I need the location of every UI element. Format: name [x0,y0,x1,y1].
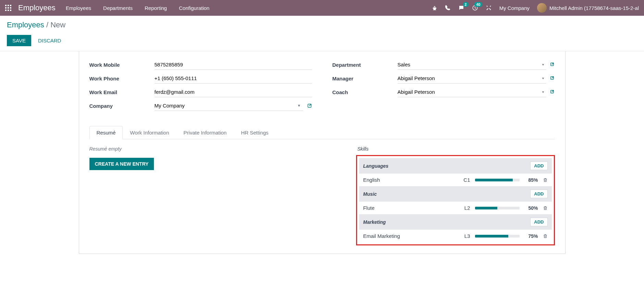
external-link-icon[interactable] [550,90,555,94]
label-work-mobile: Work Mobile [89,62,155,68]
input-work-email[interactable] [155,87,312,97]
tab-body: Resumé empty CREATE A NEW ENTRY Skills L… [89,139,555,245]
chevron-down-icon[interactable]: ▾ [540,63,546,66]
breadcrumb-current: New [50,21,65,29]
external-link-icon[interactable] [307,103,312,108]
skill-group-header: LanguagesADD [359,158,552,174]
breadcrumb-root[interactable]: Employees [7,21,44,29]
skill-percent: 85% [524,177,538,183]
svg-rect-8 [10,10,11,11]
avatar [537,3,547,13]
trash-icon[interactable] [543,205,548,211]
discard-button[interactable]: DISCARD [38,38,61,43]
save-button[interactable]: SAVE [7,35,31,46]
form-sheet: Work Mobile Work Phone Work Email Compan… [79,51,566,254]
tabs: Resumé Work Information Private Informat… [89,126,555,139]
label-company: Company [89,103,155,109]
skill-group-header: MusicADD [359,186,552,202]
trash-icon[interactable] [543,177,548,183]
nav-company[interactable]: My Company [499,5,530,11]
skill-name: Flute [363,205,452,211]
label-work-email: Work Email [89,89,155,95]
resume-empty-text: Resumé empty [89,146,339,152]
label-department: Department [332,62,398,68]
phone-icon[interactable] [445,5,451,11]
subheader: Employees / New SAVE DISCARD [0,16,644,51]
skill-name: Email Marketing [363,233,452,239]
svg-rect-7 [8,10,9,11]
tab-hr-settings[interactable]: HR Settings [234,126,276,139]
nav-item-employees[interactable]: Employees [66,5,91,11]
svg-rect-3 [5,7,7,9]
svg-rect-6 [5,10,7,11]
nav-user[interactable]: Mitchell Admin (17758674-saas-15-2-al [537,3,639,13]
external-link-icon[interactable] [550,76,555,81]
skill-percent: 50% [524,205,538,211]
trash-icon[interactable] [543,233,548,239]
svg-rect-5 [10,7,11,9]
skill-row: EnglishC185% [359,174,552,186]
input-manager[interactable] [398,73,540,83]
skill-group-header: MarketingADD [359,214,552,230]
external-link-icon[interactable] [550,62,555,67]
chevron-down-icon[interactable]: ▼ [295,104,303,107]
label-work-phone: Work Phone [89,76,155,81]
skill-level: C1 [457,177,470,183]
skills-title: Skills [356,146,555,152]
activities-badge: 40 [474,2,482,7]
messages-badge: 2 [463,2,469,7]
skill-level: L3 [457,233,470,239]
tab-work-information[interactable]: Work Information [123,126,176,139]
skill-group-name: Marketing [363,219,386,225]
nav-right: 2 40 My Company Mitchell Admin (17758674… [432,3,639,13]
label-coach: Coach [332,89,398,95]
skill-percent: 75% [524,233,538,239]
skill-row: FluteL250% [359,202,552,214]
apps-icon[interactable] [5,5,11,11]
skill-group-name: Music [363,191,377,197]
resume-column: Resumé empty CREATE A NEW ENTRY [89,146,339,245]
chevron-down-icon[interactable]: ▾ [540,76,546,80]
svg-rect-2 [10,5,11,6]
input-department[interactable] [398,60,540,69]
skill-name: English [363,177,452,183]
chevron-down-icon[interactable]: ▾ [540,90,546,94]
skills-panel: LanguagesADDEnglishC185%MusicADDFluteL25… [356,155,555,245]
messages-icon[interactable]: 2 [458,5,464,11]
add-skill-button[interactable]: ADD [530,190,547,198]
label-manager: Manager [332,76,398,81]
nav-brand[interactable]: Employees [18,3,56,12]
form-col-right: Department ▾ Manager ▾ [332,60,555,114]
skill-progress [475,235,520,238]
skills-column: Skills LanguagesADDEnglishC185%MusicADDF… [356,146,555,245]
nav-item-configuration[interactable]: Configuration [179,5,209,11]
tab-private-information[interactable]: Private Information [176,126,234,139]
add-skill-button[interactable]: ADD [530,162,547,170]
skill-row: Email MarketingL375% [359,230,552,242]
input-coach[interactable] [398,87,540,97]
skill-group-name: Languages [363,163,389,169]
input-work-phone[interactable] [155,73,312,84]
input-company[interactable] [155,101,295,111]
add-skill-button[interactable]: ADD [530,218,547,226]
breadcrumb: Employees / New [7,21,637,29]
activities-icon[interactable]: 40 [472,5,478,11]
skill-level: L2 [457,205,470,211]
bug-icon[interactable] [432,5,438,11]
input-work-mobile[interactable] [155,60,312,70]
nav-item-departments[interactable]: Departments [103,5,133,11]
form-actions: SAVE DISCARD [7,35,637,46]
breadcrumb-sep: / [46,21,50,29]
nav-user-name: Mitchell Admin (17758674-saas-15-2-al [549,5,639,11]
skill-progress [475,179,520,181]
skill-progress [475,207,520,209]
svg-rect-1 [8,5,9,6]
svg-rect-0 [5,5,7,6]
create-entry-button[interactable]: CREATE A NEW ENTRY [89,158,154,170]
nav-item-reporting[interactable]: Reporting [145,5,167,11]
navbar: Employees Employees Departments Reportin… [0,0,644,16]
svg-rect-4 [8,7,9,9]
tab-resume[interactable]: Resumé [89,126,123,139]
tools-icon[interactable] [486,5,492,11]
form-col-left: Work Mobile Work Phone Work Email Compan… [89,60,312,114]
